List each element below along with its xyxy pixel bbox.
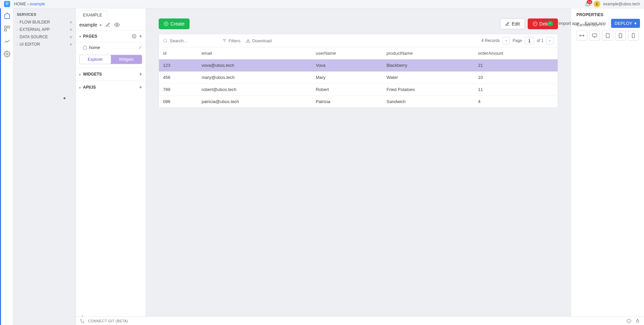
breadcrumb-current[interactable]: example	[30, 2, 45, 6]
download-button[interactable]: Download	[246, 38, 272, 43]
status-ok-icon: ✓	[548, 21, 553, 26]
page-selector-name[interactable]: example	[79, 22, 97, 28]
user-email: example@ubos.tech	[603, 2, 640, 6]
device-tablet-landscape-icon[interactable]	[615, 31, 626, 41]
svg-rect-23	[632, 33, 635, 38]
bottom-bar: CONNECT GIT (BETA)	[76, 316, 644, 325]
table-row[interactable]: 789robert@ubos.techRobertFried Potatoes1…	[159, 84, 558, 96]
table-cell: 10	[474, 72, 558, 84]
add-icon[interactable]: +	[70, 19, 72, 25]
service-item[interactable]: ›FLOW BUILDER+	[13, 18, 76, 26]
table-header[interactable]: orderAmount	[474, 47, 558, 59]
table-header[interactable]: productName	[383, 47, 474, 59]
help-icon[interactable]	[627, 319, 631, 323]
add-widget-button[interactable]: +	[139, 71, 142, 77]
deploy-button[interactable]: DEPLOY ▾	[611, 19, 640, 28]
search-input[interactable]	[170, 38, 207, 43]
service-item[interactable]: ›EXTERNAL APP+	[13, 26, 76, 33]
gear-icon[interactable]	[132, 34, 136, 39]
create-button[interactable]: Create	[159, 18, 190, 29]
connect-git-button[interactable]: CONNECT GIT (BETA)	[88, 319, 128, 323]
search-input-wrapper	[163, 38, 217, 43]
chevron-down-icon[interactable]: ▾	[100, 23, 102, 27]
table-header[interactable]: id	[159, 47, 198, 59]
chevron-down-icon[interactable]: ▾	[79, 35, 81, 38]
export-app-button[interactable]: Export app	[585, 21, 606, 26]
svg-point-25	[83, 321, 84, 323]
git-icon	[80, 319, 85, 323]
svg-point-3	[6, 53, 8, 55]
table-cell: Fried Potatoes	[383, 84, 474, 96]
service-item[interactable]: ›DATA SOURCE+	[13, 33, 76, 41]
mode-widgets[interactable]: Widgets	[111, 55, 142, 64]
page-input[interactable]	[525, 37, 534, 44]
add-api-button[interactable]: +	[139, 84, 142, 90]
table-row[interactable]: 456mary@ubos.techMaryWater10	[159, 72, 558, 84]
add-icon[interactable]: +	[70, 34, 72, 40]
svg-point-28	[629, 322, 629, 322]
check-icon: ✓	[138, 45, 142, 50]
device-mobile-icon[interactable]	[628, 31, 639, 41]
service-item-label: FLOW BUILDER	[19, 20, 50, 25]
rail-apps-icon[interactable]	[4, 25, 10, 32]
device-fluid-icon[interactable]	[576, 31, 587, 41]
filters-label: Filters	[229, 38, 240, 43]
editor-tab[interactable]: EXAMPLE	[78, 10, 107, 19]
import-app-button[interactable]: Import app	[558, 21, 579, 26]
table-cell: mary@ubos.tech	[198, 72, 312, 84]
add-icon[interactable]: +	[70, 27, 72, 32]
table-cell: Patricia	[312, 96, 383, 108]
page-next-button[interactable]: ›	[546, 37, 554, 44]
properties-panel: PROPERTIES Canvas Size	[571, 8, 644, 325]
notifications-icon[interactable]: 11	[585, 1, 591, 7]
table-cell: 789	[159, 84, 198, 96]
service-item[interactable]: ›UI EDITOR+	[13, 41, 76, 48]
table-row[interactable]: 123vova@ubos.techVovaBlackberry21	[159, 59, 558, 72]
page-of: of 1	[537, 38, 544, 43]
rail-settings-icon[interactable]	[4, 51, 10, 57]
notification-badge: 11	[587, 0, 592, 4]
service-item-label: UI EDITOR	[19, 42, 40, 47]
table-cell: vova@ubos.tech	[198, 59, 312, 72]
widgets-section[interactable]: ▸ WIDGETS +	[76, 67, 146, 81]
svg-point-5	[133, 36, 135, 37]
edit-icon[interactable]	[106, 22, 110, 27]
avatar[interactable]: E	[594, 1, 600, 7]
chevron-right-icon: ›	[17, 20, 18, 24]
records-count: 4 Records	[481, 38, 500, 43]
rail-analytics-icon[interactable]	[4, 38, 10, 45]
topbar: HOME › example 11 E example@ubos.tech	[0, 0, 644, 8]
device-tablet-icon[interactable]	[602, 31, 613, 41]
breadcrumb-home[interactable]: HOME	[14, 2, 26, 6]
add-icon[interactable]: +	[70, 42, 72, 47]
table-row[interactable]: 098patricia@ubos.techPatriciaSandwich4	[159, 96, 558, 108]
device-desktop-icon[interactable]	[589, 31, 600, 41]
data-table: Filters Download 4 Records ‹ Page of 1 ›	[159, 34, 558, 108]
table-header[interactable]: userName	[312, 47, 383, 59]
add-page-button[interactable]: +	[139, 33, 142, 39]
service-item-label: EXTERNAL APP	[19, 27, 50, 32]
rail-home-icon[interactable]	[4, 12, 10, 19]
page-prev-button[interactable]: ‹	[502, 37, 510, 44]
breadcrumb: HOME › example	[14, 2, 45, 6]
editor-nav: EXAMPLE example ▾ ▾ PAGES + home ✓ Explo…	[76, 8, 146, 325]
api-section-title: API/JS	[83, 85, 96, 90]
svg-rect-21	[606, 33, 609, 38]
table-header[interactable]: email	[198, 47, 312, 59]
mode-explorer[interactable]: Explorer	[79, 55, 111, 64]
table-cell: Mary	[312, 72, 383, 84]
table-cell: 21	[474, 59, 558, 72]
chevron-right-icon: ›	[17, 35, 18, 39]
eye-icon[interactable]	[114, 22, 120, 28]
api-section[interactable]: ▸ API/JS +	[76, 81, 146, 94]
logo-icon	[4, 1, 10, 7]
properties-title: PROPERTIES	[576, 12, 639, 17]
page-item-home[interactable]: home ✓	[76, 42, 146, 53]
chevron-right-icon: ›	[17, 43, 18, 46]
debug-icon[interactable]	[635, 319, 640, 323]
table-cell: Robert	[312, 84, 383, 96]
download-label: Download	[252, 38, 272, 43]
filters-button[interactable]: Filters	[222, 38, 240, 43]
deploy-label: DEPLOY	[614, 21, 632, 26]
edit-button[interactable]: Edit	[500, 18, 525, 29]
